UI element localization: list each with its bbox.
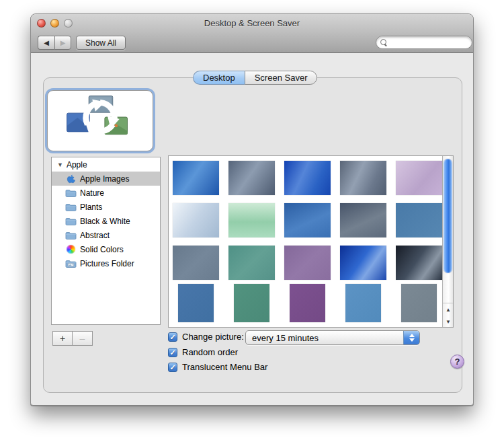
wallpaper-thumb-charcoal-flow[interactable] [396,246,442,280]
folder-icon [65,202,77,212]
sidebar-item-label: Nature [80,188,104,198]
add-remove-buttons: + – [52,331,93,346]
wallpaper-thumb-solid-blue[interactable] [178,284,214,322]
wallpaper-thumb-solid-teal[interactable] [234,284,269,322]
wallpaper-thumb-steel-blue[interactable] [396,203,442,237]
wallpaper-thumb-blue-arcs[interactable] [284,203,331,237]
translucent-menu-bar-label: Translucent Menu Bar [182,362,267,372]
random-order-label: Random order [182,347,238,357]
random-order-checkbox[interactable]: ✓ [168,348,177,357]
window-title: Desktop & Screen Saver [31,18,473,28]
disclosure-triangle-icon[interactable]: ▼ [57,161,63,168]
collection-sidebar: ▼AppleApple ImagesNaturePlantsBlack & Wh… [51,157,161,325]
popup-stepper-icon [403,331,419,344]
scrollbar-thumb[interactable] [444,159,452,273]
sidebar-item-apple-images[interactable]: Apple Images [52,172,160,186]
scroll-down-button[interactable]: ▼ [443,316,454,328]
tab-desktop[interactable]: Desktop [193,71,245,85]
desktop-panel: ▼AppleApple ImagesNaturePlantsBlack & Wh… [43,77,462,393]
sidebar-item-plants[interactable]: Plants [52,200,160,214]
wallpaper-thumb-slate-weave[interactable] [173,246,219,280]
sidebar-group-apple[interactable]: ▼Apple [52,157,160,172]
sidebar-item-pictures-folder[interactable]: Pictures Folder [52,256,160,270]
wallpaper-thumb-graphite-swirl[interactable] [228,161,275,195]
search-field[interactable] [376,36,472,49]
preferences-window: Desktop & Screen Saver ◀ ▶ Show All Desk… [30,13,474,406]
sidebar-item-black-white[interactable]: Black & White [52,214,160,228]
folder-icon [65,231,77,240]
change-picture-row: ✓ Change picture: [168,332,244,342]
search-icon [380,39,388,46]
current-picture-well[interactable] [47,90,153,151]
wallpaper-thumb-solid-plum[interactable] [290,284,325,322]
sidebar-item-label: Abstract [80,231,110,240]
wallpaper-thumb-silver-ridge[interactable] [173,203,219,237]
wallpaper-thumb-graphite-flow[interactable] [340,161,386,195]
sidebar-item-label: Pictures Folder [80,259,134,268]
help-button[interactable]: ? [450,355,464,369]
add-collection-button[interactable]: + [52,331,73,346]
sidebar-item-nature[interactable]: Nature [52,186,160,200]
nav-segment: ◀ ▶ [38,36,71,50]
back-button[interactable]: ◀ [38,36,54,50]
translucent-menu-bar-checkbox[interactable]: ✓ [168,363,177,372]
wallpaper-thumb-sea-mist-green[interactable] [228,203,275,237]
change-picture-checkbox[interactable]: ✓ [168,332,177,342]
sidebar-group-label: Apple [67,160,87,170]
remove-collection-button[interactable]: – [73,331,93,346]
tab-bar: Desktop Screen Saver [193,71,317,85]
wallpaper-thumb-teal-weave[interactable] [228,246,275,280]
scroll-up-button[interactable]: ▲ [443,303,454,316]
color-wheel-icon [67,245,75,254]
folder-icon [65,217,77,226]
wallpaper-thumb-plum-weave[interactable] [284,246,331,280]
apple-icon [65,174,77,184]
wallpaper-thumb-deep-blue-flow[interactable] [284,161,331,195]
sidebar-item-abstract[interactable]: Abstract [52,228,160,242]
rotating-pictures-icon [48,91,153,151]
sidebar-item-label: Solid Colors [80,245,124,254]
wallpaper-thumb-aqua-blue-swirl[interactable] [173,161,219,195]
wallpaper-thumb-solid-gray[interactable] [401,284,437,322]
grid-scrollbar[interactable]: ▲ ▼ [442,156,453,327]
pictures-folder-icon [65,259,77,268]
wallpaper-grid: ▲ ▼ [168,155,454,328]
wallpaper-thumb-solid-sky[interactable] [345,284,381,322]
title-bar[interactable]: Desktop & Screen Saver ◀ ▶ Show All [31,14,473,53]
wallpaper-thumb-cobalt-flow[interactable] [340,246,386,280]
sidebar-item-solid-colors[interactable]: Solid Colors [52,242,160,256]
random-order-row: ✓ Random order [168,347,238,357]
change-picture-label: Change picture: [182,332,244,342]
wallpaper-thumb-graphite-arcs[interactable] [340,203,386,237]
search-input[interactable] [390,38,468,46]
folder-icon [65,188,77,198]
change-interval-value: every 15 minutes [246,333,403,343]
translucent-menu-bar-row: ✓ Translucent Menu Bar [168,362,267,372]
wallpaper-thumb-lavender-rays[interactable] [396,161,442,195]
forward-button[interactable]: ▶ [54,36,71,50]
scrollbar-arrows: ▲ ▼ [443,303,454,327]
sidebar-item-label: Apple Images [80,174,129,184]
sidebar-item-label: Black & White [80,217,130,226]
sidebar-item-label: Plants [80,202,102,212]
change-interval-popup[interactable]: every 15 minutes [245,330,420,345]
show-all-button[interactable]: Show All [76,36,126,50]
tab-screen-saver[interactable]: Screen Saver [245,71,318,85]
